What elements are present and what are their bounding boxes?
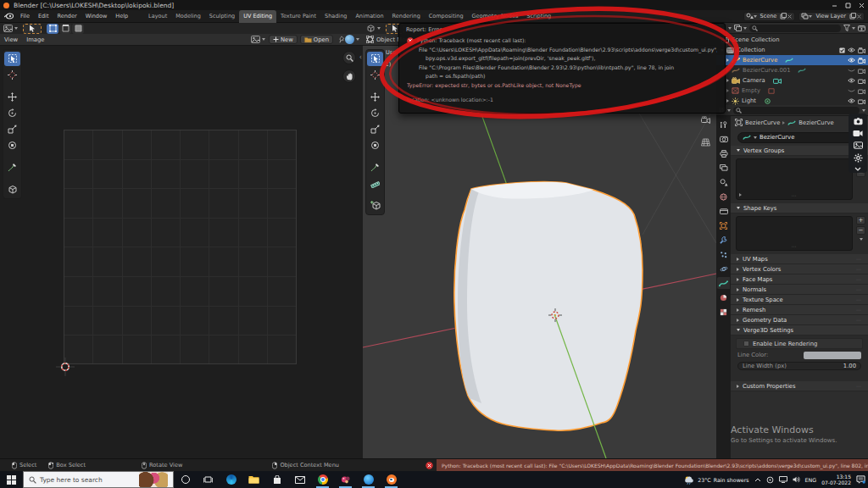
taskbar-search[interactable]: Type here to search: [23, 471, 174, 488]
pin-icon[interactable]: [338, 36, 345, 43]
menu-render[interactable]: Render: [53, 10, 81, 23]
close-button[interactable]: [854, 0, 868, 10]
render-visibility-icon[interactable]: [858, 98, 865, 104]
menu-window[interactable]: Window: [81, 10, 112, 23]
uv-tool-cursor[interactable]: [4, 68, 20, 82]
outliner-row-empty[interactable]: Empty: [716, 86, 868, 96]
volume-tray-icon[interactable]: [793, 476, 800, 483]
panel-verge3d-settings[interactable]: Verge3D Settings: [731, 325, 868, 336]
tab-scene[interactable]: [717, 176, 730, 188]
outliner-row-collection[interactable]: Collection: [716, 45, 868, 55]
workspace-tab-geometry-nodes[interactable]: Geometry Nodes: [468, 10, 523, 23]
tab-render[interactable]: [717, 133, 730, 145]
settings-gear-icon[interactable]: [854, 153, 863, 163]
remove-view-layer-icon[interactable]: [856, 14, 862, 19]
uv-tool-rotate[interactable]: [4, 106, 20, 120]
vp-tool-annotate[interactable]: [367, 160, 383, 175]
status-error-text[interactable]: Python: Traceback (most recent call last…: [437, 459, 868, 472]
vp-tool-add-cube[interactable]: [367, 198, 383, 213]
workspace-tab-modeling[interactable]: Modeling: [171, 10, 205, 23]
disclosure-collapsed-icon[interactable]: [726, 99, 729, 103]
uv-zoom-button[interactable]: [342, 51, 356, 64]
workspace-tab-scripting[interactable]: Scripting: [522, 10, 555, 23]
record-video-icon[interactable]: [853, 130, 863, 137]
line-color-swatch[interactable]: [804, 352, 861, 359]
panel-uv-maps[interactable]: UV Maps⋯: [731, 254, 868, 264]
breadcrumb-data-name[interactable]: BezierCurve: [798, 119, 833, 126]
eye-open-icon[interactable]: [848, 78, 855, 83]
tab-world[interactable]: [717, 191, 730, 202]
collapse-chevron-icon[interactable]: [854, 167, 861, 171]
uv-tool-transform[interactable]: [4, 138, 20, 152]
popup-title[interactable]: Report: Error: [399, 24, 725, 35]
bezier-curve-object[interactable]: [454, 182, 643, 431]
blender-logo-icon[interactable]: [4, 13, 14, 19]
panel-geometry-data[interactable]: Geometry Data⋯: [731, 315, 868, 325]
image-gallery-icon[interactable]: [854, 141, 863, 149]
panel-remesh[interactable]: Remesh⋯: [731, 305, 868, 315]
panel-shape-keys[interactable]: Shape Keys: [731, 203, 868, 214]
uv-select-mode-vertex[interactable]: [47, 24, 58, 34]
render-visibility-icon[interactable]: [858, 58, 865, 64]
uv-menu-image[interactable]: Image: [22, 36, 48, 43]
tab-texture[interactable]: [717, 306, 730, 318]
data-name-field[interactable]: BezierCurve: [737, 132, 861, 143]
eye-open-icon[interactable]: [848, 98, 855, 103]
uv-tool-rip-region[interactable]: [4, 182, 20, 197]
viewport-editor-type-selector[interactable]: [366, 25, 381, 32]
camera-view-toggle[interactable]: [698, 113, 712, 126]
uv-menu-view[interactable]: View: [0, 36, 22, 43]
tab-material[interactable]: [717, 291, 730, 303]
new-image-button[interactable]: New: [269, 35, 298, 44]
open-image-button[interactable]: Open: [300, 35, 333, 44]
uv-select-mode-face[interactable]: [72, 24, 84, 34]
vp-tool-scale[interactable]: [367, 122, 383, 136]
uv-tool-scale[interactable]: [4, 122, 20, 136]
status-error-icon[interactable]: [426, 462, 433, 469]
onedrive-tray-icon[interactable]: [766, 476, 774, 484]
language-indicator[interactable]: ENG: [805, 477, 817, 483]
orthographic-toggle[interactable]: [698, 136, 712, 149]
disclosure-collapsed-icon[interactable]: [726, 89, 729, 92]
tab-physics[interactable]: [717, 263, 730, 274]
scene-selector[interactable]: Scene: [743, 12, 796, 21]
eye-closed-icon[interactable]: [848, 68, 855, 73]
panel-face-maps[interactable]: Face Maps⋯: [731, 274, 868, 285]
notification-center-icon[interactable]: [856, 475, 865, 484]
screenshot-camera-icon[interactable]: [854, 117, 863, 125]
tab-tool[interactable]: [717, 119, 730, 130]
maximize-button[interactable]: [841, 0, 854, 10]
shape-key-remove-button[interactable]: −: [856, 226, 865, 235]
vp-tool-measure[interactable]: [367, 176, 383, 191]
file-explorer-button[interactable]: [242, 471, 265, 488]
panel-normals[interactable]: Normals⋯: [731, 285, 868, 295]
mail-button[interactable]: [288, 471, 311, 488]
outliner-display-mode[interactable]: [734, 25, 747, 31]
panel-custom-properties[interactable]: Custom Properties ⋯: [731, 381, 868, 391]
blue-app-button[interactable]: [357, 471, 380, 488]
tab-object[interactable]: [717, 219, 730, 231]
start-button[interactable]: [0, 471, 23, 488]
workspace-tab-animation[interactable]: Animation: [351, 10, 387, 23]
workspace-tab-layout[interactable]: Layout: [144, 10, 171, 23]
store-button[interactable]: [265, 471, 288, 488]
uv-tool-move[interactable]: [4, 90, 20, 104]
vertex-groups-list[interactable]: ⋯: [736, 158, 853, 200]
vp-tool-transform[interactable]: [367, 138, 383, 152]
weather-widget[interactable]: 23°C Rain showers: [684, 475, 748, 485]
edge-button[interactable]: [220, 471, 242, 488]
vp-tool-select-box[interactable]: [367, 52, 383, 66]
view-layer-selector[interactable]: View Layer: [798, 12, 865, 21]
outliner-filter[interactable]: [843, 25, 855, 31]
render-visibility-icon[interactable]: [858, 78, 865, 84]
list-expand-icon[interactable]: [739, 193, 742, 197]
workspace-tab-sculpting[interactable]: Sculpting: [205, 10, 239, 23]
collection-checkbox-icon[interactable]: [839, 47, 845, 53]
blender-taskbar-button[interactable]: [380, 471, 403, 488]
enable-line-rendering-checkbox[interactable]: [743, 341, 749, 347]
render-visibility-icon[interactable]: [858, 47, 865, 53]
tab-modifiers[interactable]: [717, 234, 730, 246]
tab-particles[interactable]: [717, 248, 730, 260]
disclosure-collapsed-icon[interactable]: [726, 79, 729, 82]
tab-view-layer[interactable]: [717, 162, 730, 174]
